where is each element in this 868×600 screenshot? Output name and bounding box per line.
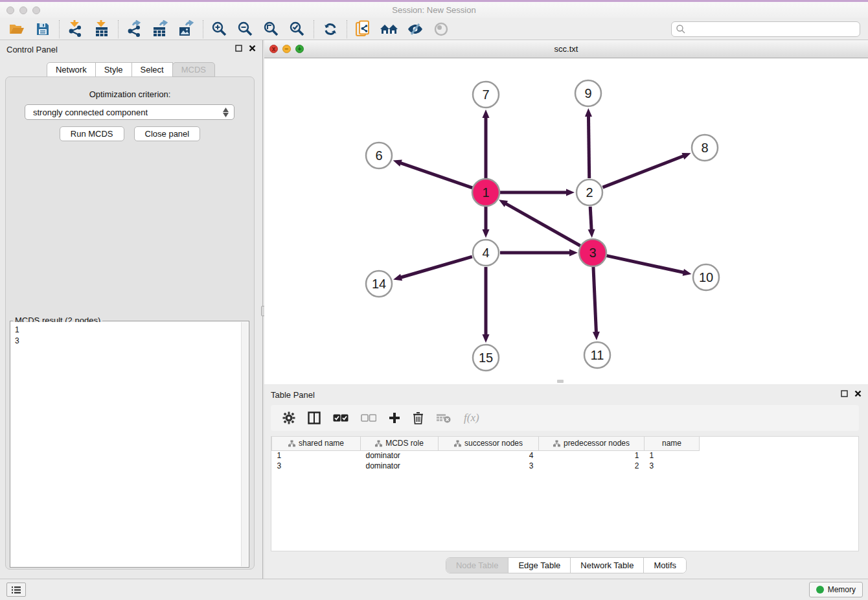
control-panel: Control Panel Network Style Select MCDS …	[0, 40, 262, 579]
zoom-out-icon	[237, 21, 254, 38]
memory-status-icon	[816, 586, 824, 594]
copy-network-view-icon	[355, 20, 372, 38]
unselect-all-columns-icon[interactable]	[361, 413, 376, 422]
graph-edge[interactable]	[400, 257, 472, 277]
delete-columns-icon[interactable]	[413, 411, 424, 424]
memory-button[interactable]: Memory	[809, 582, 863, 597]
tab-node-table[interactable]: Node Table	[446, 558, 508, 573]
tab-network[interactable]: Network	[47, 62, 96, 77]
node-table[interactable]: shared nameMCDS rolesuccessor nodesprede…	[271, 436, 859, 551]
tab-style[interactable]: Style	[95, 62, 132, 77]
graph-edge[interactable]	[603, 156, 685, 187]
zoom-in-button[interactable]	[207, 19, 233, 39]
open-session-button[interactable]	[4, 19, 30, 39]
toolbar-separator	[314, 20, 314, 38]
float-table-panel-icon[interactable]	[841, 390, 848, 397]
graph-edge[interactable]	[593, 267, 597, 333]
float-panel-icon[interactable]	[235, 45, 242, 52]
table-cell: dominator	[361, 461, 439, 471]
mcds-result-box: MCDS result (2 nodes) 13	[10, 321, 249, 568]
select-all-columns-icon[interactable]	[333, 413, 348, 422]
column-browser-icon[interactable]	[308, 411, 321, 424]
table-cell: 3	[645, 461, 700, 471]
graph-edge[interactable]	[606, 256, 684, 273]
graph-node-label: 9	[584, 86, 591, 100]
mcds-result-item: 3	[15, 336, 237, 347]
create-column-icon[interactable]	[389, 412, 400, 424]
zoom-fit-button[interactable]	[258, 19, 284, 39]
apply-function-icon[interactable]: f(x)	[464, 411, 479, 424]
graph-edge[interactable]	[505, 203, 580, 246]
delete-table-icon[interactable]	[436, 412, 451, 424]
run-mcds-button[interactable]: Run MCDS	[60, 126, 124, 141]
open-folder-icon	[8, 21, 25, 37]
canvas-scrollbar-thumb[interactable]	[557, 380, 564, 383]
hierarchy-icon	[454, 440, 461, 447]
tab-network-table[interactable]: Network Table	[570, 558, 643, 573]
export-image-button[interactable]	[174, 19, 200, 39]
table-row[interactable]: 1dominator411	[272, 450, 700, 461]
table-panel: Table Panel	[264, 386, 868, 579]
toolbar-separator	[59, 20, 60, 38]
close-panel-button[interactable]: Close panel	[134, 126, 201, 141]
graph-edge[interactable]	[588, 115, 589, 178]
hierarchy-icon	[553, 440, 560, 447]
zoom-fit-icon	[263, 21, 280, 38]
export-image-icon	[178, 20, 195, 38]
tab-select[interactable]: Select	[131, 62, 173, 77]
export-network-button[interactable]	[122, 19, 148, 39]
graph-node-label: 15	[479, 351, 493, 365]
show-hidden-button[interactable]	[428, 19, 454, 39]
graph-edge[interactable]	[590, 207, 591, 231]
optimization-criterion-select[interactable]: strongly connected component	[25, 104, 234, 120]
zoom-in-icon	[211, 21, 228, 38]
mcds-result-list[interactable]: 13	[11, 322, 241, 566]
tab-edge-table[interactable]: Edge Table	[508, 558, 570, 573]
column-header[interactable]: name	[645, 437, 700, 450]
table-row[interactable]: 3dominator323	[272, 461, 700, 471]
network-view-window: x − + scc.txt 7968124314101511	[264, 40, 868, 384]
tab-motifs[interactable]: Motifs	[643, 558, 686, 573]
graph-node-label: 2	[586, 185, 593, 200]
task-history-button[interactable]	[6, 583, 26, 597]
table-header-row: shared nameMCDS rolesuccessor nodesprede…	[272, 437, 700, 450]
save-session-button[interactable]	[30, 19, 56, 39]
graph-edge[interactable]	[400, 163, 472, 188]
close-panel-icon[interactable]	[249, 45, 256, 52]
graph-node-label: 6	[375, 148, 382, 163]
first-neighbors-button[interactable]	[376, 19, 402, 39]
table-panel-header: Table Panel	[264, 386, 868, 404]
graph-edge-arrowhead	[681, 153, 691, 159]
mcds-result-scrollbar[interactable]	[241, 322, 248, 566]
column-header[interactable]: predecessor nodes	[539, 437, 645, 450]
toolbar-separator	[118, 20, 119, 38]
import-network-button[interactable]	[63, 19, 89, 39]
zoom-selected-button[interactable]	[284, 19, 310, 39]
network-window-titlebar[interactable]: x − + scc.txt	[264, 40, 868, 58]
table-cell: 2	[539, 461, 645, 471]
column-header[interactable]: successor nodes	[439, 437, 539, 450]
search-icon	[676, 24, 686, 34]
close-table-panel-icon[interactable]	[854, 390, 862, 397]
table-panel-title: Table Panel	[271, 390, 315, 400]
column-header[interactable]: shared name	[272, 437, 361, 450]
table-body: 1dominator4113dominator323	[272, 450, 700, 471]
refresh-button[interactable]	[317, 19, 343, 39]
import-table-button[interactable]	[89, 19, 115, 39]
network-graph: 7968124314101511	[264, 58, 868, 384]
hide-selected-button[interactable]	[402, 19, 428, 39]
graph-node-label: 7	[482, 87, 489, 102]
zoom-out-button[interactable]	[233, 19, 258, 39]
column-header[interactable]: MCDS role	[361, 437, 439, 450]
table-settings-icon[interactable]	[282, 411, 295, 424]
network-canvas[interactable]: 7968124314101511	[264, 58, 868, 384]
graph-node-label: 11	[591, 348, 604, 362]
network-window-title: scc.txt	[264, 44, 868, 54]
table-toolbar: f(x)	[271, 405, 859, 431]
export-table-button[interactable]	[148, 19, 174, 39]
refresh-icon	[323, 21, 338, 37]
tab-mcds[interactable]: MCDS	[172, 62, 215, 77]
graph-edge-arrowhead	[393, 160, 402, 167]
copy-network-view-button[interactable]	[350, 19, 376, 39]
search-input[interactable]	[671, 21, 860, 37]
